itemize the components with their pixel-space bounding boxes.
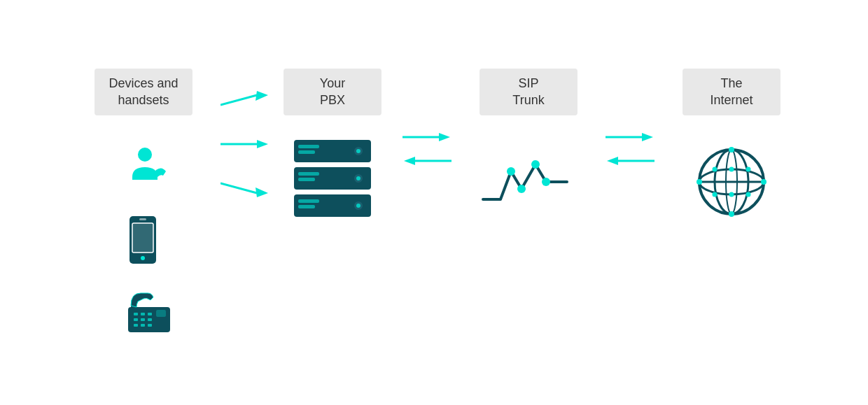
svg-rect-8 [141,313,145,315]
svg-rect-34 [298,199,319,203]
svg-point-60 [746,166,751,171]
svg-point-37 [356,204,360,208]
svg-marker-18 [255,91,268,101]
device-row-person [125,143,176,194]
svg-rect-13 [134,324,138,327]
svg-point-44 [531,160,540,169]
label-internet: TheInternet [682,69,780,115]
svg-point-57 [696,179,702,185]
sip-trunk-icon [476,143,581,220]
svg-rect-24 [298,145,319,148]
svg-marker-49 [607,157,618,165]
svg-marker-22 [255,187,268,197]
pbx-server-icon [287,136,378,227]
svg-rect-25 [298,150,315,154]
label-sip: SIPTrunk [479,69,578,115]
svg-point-4 [141,256,145,260]
svg-marker-47 [642,133,653,141]
svg-rect-2 [132,223,153,253]
svg-line-21 [220,183,257,193]
arrow-desk-to-pbx [220,178,270,199]
double-arrows-pbx-sip [396,93,458,166]
svg-rect-30 [298,178,315,181]
svg-point-62 [746,192,751,197]
device-row-mobile [125,215,160,265]
devices-icons [111,143,176,336]
svg-line-17 [220,95,257,105]
device-row-deskphone [125,286,176,336]
svg-point-0 [138,148,152,162]
label-pbx: YourPBX [284,69,382,115]
svg-point-58 [761,179,766,185]
arrows-to-pbx [220,90,270,199]
svg-point-32 [356,176,360,180]
svg-rect-15 [148,324,152,327]
diagram: Devices andhandsets [14,55,854,350]
column-pbx: YourPBX [270,69,396,227]
arrow-person-to-pbx [220,90,270,111]
svg-rect-9 [148,313,152,315]
svg-point-59 [713,166,718,171]
svg-point-45 [542,178,550,186]
svg-rect-16 [156,310,166,317]
svg-rect-12 [148,318,152,321]
arrow-mobile-to-pbx [220,137,270,151]
label-devices: Devices andhandsets [94,69,192,115]
svg-point-64 [729,192,734,197]
column-internet: TheInternet [662,69,802,220]
svg-rect-5 [139,218,146,220]
svg-marker-41 [404,157,415,165]
internet-globe-icon [693,143,770,220]
svg-rect-35 [298,205,315,208]
svg-rect-11 [141,318,145,321]
desk-phone-icon [125,286,176,336]
svg-marker-39 [439,133,450,141]
svg-point-42 [507,167,515,176]
svg-point-61 [713,192,718,197]
mobile-phone-icon [125,215,160,265]
svg-rect-29 [298,172,319,176]
svg-point-56 [729,211,734,217]
svg-marker-20 [257,140,268,148]
svg-point-43 [517,185,526,193]
column-sip: SIPTrunk [458,69,598,220]
svg-rect-14 [141,324,145,327]
column-devices: Devices andhandsets [66,69,220,336]
double-arrows-sip-internet [598,93,662,166]
person-phone-icon [125,143,176,194]
svg-rect-7 [134,313,138,315]
svg-rect-10 [134,318,138,321]
svg-point-63 [729,166,734,171]
svg-point-55 [729,147,734,152]
svg-point-27 [356,149,360,153]
